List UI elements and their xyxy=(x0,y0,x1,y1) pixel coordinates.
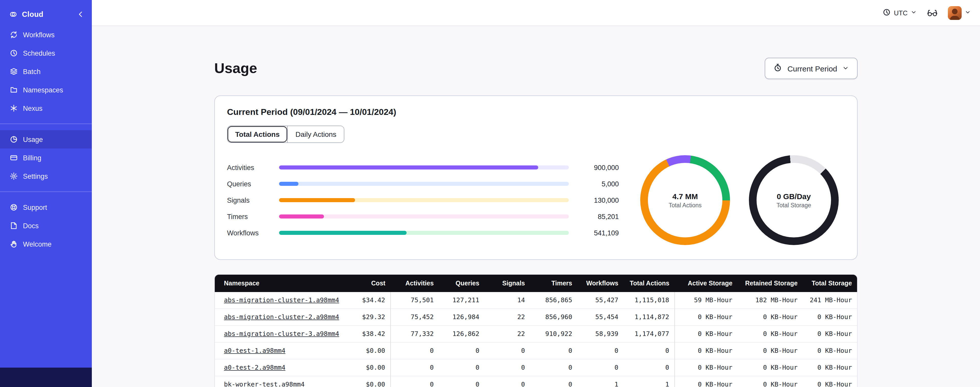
chevron-down-icon xyxy=(842,64,849,73)
table-cell: 910,922 xyxy=(530,325,577,342)
sidebar-item-label: Batch xyxy=(23,68,41,75)
namespace-link[interactable]: abs-migration-cluster-1.a98mm4 xyxy=(224,296,339,304)
table-cell: 1,174,077 xyxy=(624,325,675,342)
billing-icon xyxy=(10,154,18,162)
period-filter-button[interactable]: Current Period xyxy=(765,58,858,79)
table-cell: 0 KB-Hour xyxy=(803,376,857,387)
sidebar-item-nexus[interactable]: Nexus xyxy=(0,99,92,117)
namespace-link[interactable]: a0-test-1.a98mm4 xyxy=(224,347,285,354)
sidebar-item-label: Settings xyxy=(23,172,48,180)
table-cell: 0 KB-Hour xyxy=(737,309,803,325)
avatar xyxy=(948,6,962,20)
column-header-timers: Timers xyxy=(530,275,577,292)
table-cell: 182 MB-Hour xyxy=(737,292,803,309)
table-cell: 0 KB-Hour xyxy=(803,325,857,342)
column-header-total-storage: Total Storage xyxy=(803,275,857,292)
sidebar-item-billing[interactable]: Billing xyxy=(0,149,92,167)
namespace-link[interactable]: a0-test-2.a98mm4 xyxy=(224,363,285,371)
table-cell: 0 KB-Hour xyxy=(675,309,737,325)
table-cell: 0 xyxy=(530,342,577,359)
sidebar-nav-account: UsageBillingSettings xyxy=(0,123,92,186)
content-scroll-area[interactable]: Usage Current Period Current Period (09/… xyxy=(92,26,980,387)
table-cell: 0 xyxy=(577,342,624,359)
table-cell: 0 xyxy=(484,342,530,359)
table-cell: 0 KB-Hour xyxy=(737,342,803,359)
sidebar-item-settings[interactable]: Settings xyxy=(0,167,92,186)
column-header-workflows: Workflows xyxy=(577,275,624,292)
sidebar-item-label: Workflows xyxy=(23,31,54,38)
sidebar: Cloud WorkflowsSchedulesBatchNamespacesN… xyxy=(0,0,92,387)
table-cell: 0 xyxy=(391,376,439,387)
glasses-icon[interactable] xyxy=(926,7,939,18)
table-cell: 1 xyxy=(577,376,624,387)
table-cell: 856,865 xyxy=(530,292,577,309)
column-header-active-storage: Active Storage xyxy=(675,275,737,292)
table-cell: 0 xyxy=(439,376,484,387)
page-header: Usage Current Period xyxy=(214,58,858,79)
sidebar-collapse-button[interactable] xyxy=(75,9,86,19)
sidebar-item-support[interactable]: Support xyxy=(0,198,92,216)
namespace-link[interactable]: bk-worker-test.a98mm4 xyxy=(224,381,305,387)
donut-charts: 4.7 MM Total Actions 0 GB/Day Total Stor… xyxy=(640,155,839,245)
sidebar-item-docs[interactable]: Docs xyxy=(0,216,92,235)
app-viewport: Cloud WorkflowsSchedulesBatchNamespacesN… xyxy=(0,0,980,387)
schedules-icon xyxy=(10,49,18,57)
total-actions-label: Total Actions xyxy=(668,202,702,208)
bar-row-workflows: Workflows541,109 xyxy=(227,225,619,241)
bar-value: 541,109 xyxy=(576,229,619,237)
table-cell: 0 KB-Hour xyxy=(803,359,857,376)
table-row: a0-test-2.a98mm4$0.000000000 KB-Hour0 KB… xyxy=(215,359,857,376)
column-header-queries: Queries xyxy=(439,275,484,292)
sidebar-item-usage[interactable]: Usage xyxy=(0,130,92,149)
sidebar-item-batch[interactable]: Batch xyxy=(0,62,92,81)
table-cell: 856,960 xyxy=(530,309,577,325)
table-cell: 0 KB-Hour xyxy=(803,342,857,359)
total-storage-label: Total Storage xyxy=(776,202,811,208)
usage-icon xyxy=(10,135,18,144)
sidebar-item-namespaces[interactable]: Namespaces xyxy=(0,81,92,99)
table-row: a0-test-1.a98mm4$0.000000000 KB-Hour0 KB… xyxy=(215,342,857,359)
table-cell: 0 KB-Hour xyxy=(675,342,737,359)
table-cell: 0 KB-Hour xyxy=(803,309,857,325)
chart-row: Activities900,000Queries5,000Signals130,… xyxy=(227,155,845,245)
actions-tab-group: Total ActionsDaily Actions xyxy=(227,126,345,143)
table-cell: 0 xyxy=(391,342,439,359)
docs-icon xyxy=(10,222,18,230)
table-cell: $0.00 xyxy=(342,342,391,359)
table-cell: 75,452 xyxy=(391,309,439,325)
table-cell: 22 xyxy=(484,309,530,325)
namespace-link[interactable]: abs-migration-cluster-3.a98mm4 xyxy=(224,330,339,337)
batch-icon xyxy=(10,67,18,75)
bar-row-queries: Queries5,000 xyxy=(227,176,619,192)
table-cell: 0 xyxy=(624,342,675,359)
table-cell: 0 xyxy=(530,376,577,387)
table-header-row: NamespaceCostActivitiesQueriesSignalsTim… xyxy=(215,275,857,292)
tab-total-actions[interactable]: Total Actions xyxy=(228,126,287,142)
bar-track xyxy=(279,165,569,170)
tab-daily-actions[interactable]: Daily Actions xyxy=(287,126,344,142)
timezone-selector[interactable]: UTC xyxy=(883,8,917,18)
sidebar-item-workflows[interactable]: Workflows xyxy=(0,26,92,44)
table-cell: 126,862 xyxy=(439,325,484,342)
table-cell: 55,454 xyxy=(577,309,624,325)
sidebar-item-welcome[interactable]: Welcome xyxy=(0,235,92,253)
account-menu[interactable] xyxy=(948,6,971,20)
sidebar-footer xyxy=(0,368,92,387)
table-cell: 59 MB-Hour xyxy=(675,292,737,309)
column-header-retained-storage: Retained Storage xyxy=(737,275,803,292)
bar-value: 130,000 xyxy=(576,196,619,204)
sidebar-nav-primary: WorkflowsSchedulesBatchNamespacesNexus xyxy=(0,26,92,117)
total-actions-value: 4.7 MM xyxy=(672,192,698,201)
bar-fill xyxy=(279,182,298,186)
column-header-activities: Activities xyxy=(391,275,439,292)
table-cell: 0 xyxy=(391,359,439,376)
table-cell: 0 KB-Hour xyxy=(737,359,803,376)
namespaces-icon xyxy=(10,86,18,94)
namespace-link[interactable]: abs-migration-cluster-2.a98mm4 xyxy=(224,313,339,321)
table-cell: 75,501 xyxy=(391,292,439,309)
bar-track xyxy=(279,182,569,186)
sidebar-item-schedules[interactable]: Schedules xyxy=(0,44,92,62)
donut-center: 0 GB/Day Total Storage xyxy=(757,163,831,237)
period-filter-label: Current Period xyxy=(788,64,837,73)
bar-fill xyxy=(279,198,355,202)
